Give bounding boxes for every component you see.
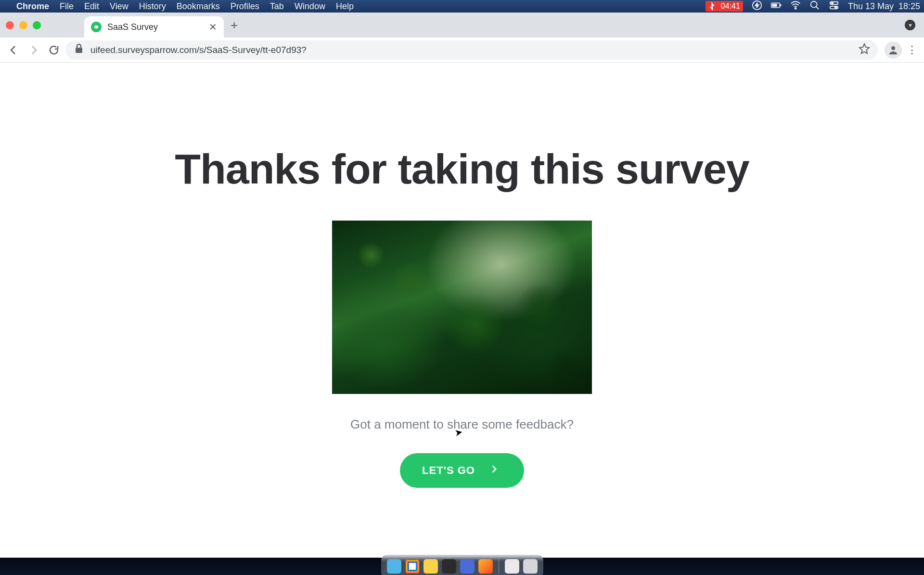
macos-dock	[381, 555, 543, 575]
dock-trash[interactable]	[523, 559, 538, 574]
bolt-icon[interactable]	[752, 0, 762, 13]
menubar-item-tab[interactable]: Tab	[270, 1, 284, 12]
menubar-date: Thu 13 May	[848, 1, 894, 12]
spotlight-icon[interactable]	[809, 0, 820, 13]
cta-label: LET'S GO	[422, 464, 475, 477]
tab-title: SaaS Survey	[107, 22, 203, 32]
battery-icon[interactable]	[771, 0, 782, 13]
reload-button[interactable]	[45, 41, 63, 59]
dock-app-finder[interactable]	[387, 559, 401, 574]
menubar-clock[interactable]: Thu 13 May 18:25	[848, 1, 920, 12]
bookmark-star-icon[interactable]	[859, 43, 870, 57]
battery-time-remaining: 04:41	[721, 2, 740, 11]
macos-menubar: Chrome File Edit View History Bookmarks …	[0, 0, 924, 13]
window-minimize-button[interactable]	[19, 21, 27, 29]
address-bar[interactable]: uifeed.surveysparrow.com/s/SaaS-Survey/t…	[65, 40, 878, 60]
url-text: uifeed.surveysparrow.com/s/SaaS-Survey/t…	[90, 45, 307, 55]
window-close-button[interactable]	[6, 21, 14, 29]
browser-tab[interactable]: SaaS Survey ✕	[84, 16, 224, 38]
menubar-item-view[interactable]: View	[110, 1, 128, 12]
dock-app-1password[interactable]	[460, 559, 475, 574]
menubar-item-history[interactable]: History	[139, 1, 166, 12]
tab-close-button[interactable]: ✕	[209, 21, 217, 33]
menubar-item-help[interactable]: Help	[336, 1, 354, 12]
tab-search-button[interactable]: ▾	[905, 20, 915, 30]
desktop-background-strip	[0, 558, 924, 575]
chrome-tabstrip: SaaS Survey ✕ + ▾	[0, 13, 924, 38]
forward-button[interactable]	[25, 41, 42, 59]
battery-status[interactable]: 04:41	[706, 1, 743, 12]
chrome-toolbar: uifeed.surveysparrow.com/s/SaaS-Survey/t…	[0, 38, 924, 63]
survey-hero-image	[332, 221, 592, 394]
menubar-app-name[interactable]: Chrome	[16, 1, 49, 12]
dock-app-sketch[interactable]	[478, 559, 493, 574]
menubar-item-edit[interactable]: Edit	[84, 1, 99, 12]
dock-app-chrome[interactable]	[405, 559, 420, 574]
chevron-right-icon	[489, 464, 499, 477]
control-center-icon[interactable]	[829, 0, 839, 13]
svg-rect-10	[76, 48, 82, 53]
svg-point-4	[795, 8, 796, 9]
window-fullscreen-button[interactable]	[33, 21, 41, 29]
survey-heading: Thanks for taking this survey	[175, 144, 749, 194]
menubar-item-bookmarks[interactable]: Bookmarks	[177, 1, 220, 12]
svg-point-11	[891, 46, 895, 50]
dock-separator	[499, 559, 499, 574]
dock-app-document[interactable]	[505, 559, 519, 574]
window-controls	[6, 21, 41, 29]
lets-go-button[interactable]: LET'S GO	[400, 453, 524, 488]
profile-avatar[interactable]	[885, 41, 902, 59]
tab-favicon	[91, 22, 102, 32]
svg-point-5	[811, 1, 817, 7]
menubar-time: 18:25	[898, 1, 920, 12]
lock-icon[interactable]	[73, 43, 85, 57]
wifi-icon[interactable]	[790, 0, 801, 13]
dock-app-terminal[interactable]	[442, 559, 456, 574]
svg-point-8	[831, 2, 833, 4]
new-tab-button[interactable]: +	[231, 18, 238, 33]
menubar-item-profiles[interactable]: Profiles	[231, 1, 259, 12]
menubar-item-window[interactable]: Window	[295, 1, 325, 12]
chrome-menu-button[interactable]: ⋮	[905, 44, 919, 56]
back-button[interactable]	[5, 41, 22, 59]
dock-app-notes[interactable]	[424, 559, 438, 574]
survey-welcome-page: Thanks for taking this survey Got a mome…	[0, 63, 924, 558]
menubar-item-file[interactable]: File	[60, 1, 74, 12]
svg-rect-3	[772, 3, 777, 6]
svg-rect-2	[780, 4, 781, 6]
svg-point-9	[835, 6, 837, 8]
